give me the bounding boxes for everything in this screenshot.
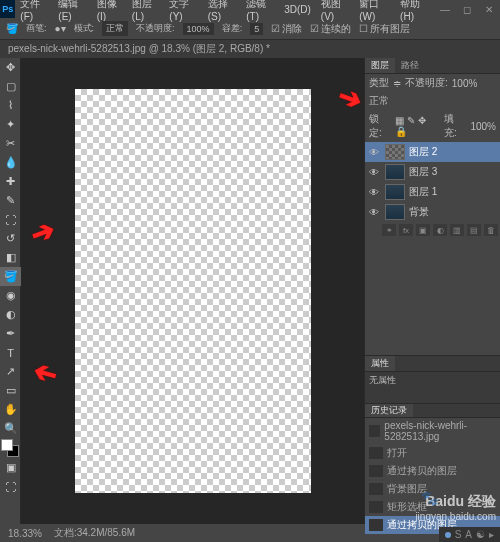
maximize-button[interactable]: ◻ (456, 0, 478, 18)
brush-label: 画笔: (26, 22, 47, 35)
type-tool[interactable]: T (0, 343, 21, 362)
layer-thumb (385, 144, 405, 160)
layer-item[interactable]: 👁 图层 2 (365, 142, 500, 162)
document-tab-bar: pexels-nick-wehrli-5282513.jpg @ 18.3% (… (0, 40, 500, 58)
layers-panel-buttons: ⚭ fx ▣ ◐ ▥ ▤ 🗑 (365, 222, 500, 238)
brush-tool[interactable]: ✎ (0, 191, 21, 210)
menu-view[interactable]: 视图(V) (316, 0, 354, 22)
layer-item[interactable]: 👁 图层 1 (365, 182, 500, 202)
canvas[interactable] (75, 89, 311, 493)
menu-help[interactable]: 帮助(H) (395, 0, 434, 22)
history-snapshot[interactable]: pexels-nick-wehrli-5282513.jpg (365, 418, 500, 444)
blend-mode-select[interactable]: 正常 (369, 94, 389, 108)
canvas-area[interactable]: ➔ ➔ (21, 58, 364, 524)
layer-mask-button[interactable]: ▣ (416, 224, 430, 236)
hand-tool[interactable]: ✋ (0, 400, 21, 419)
path-tool[interactable]: ↗ (0, 362, 21, 381)
layer-thumb (385, 164, 405, 180)
tab-properties[interactable]: 属性 (365, 356, 395, 371)
annotation-arrow: ➔ (26, 213, 59, 252)
opacity-label: 不透明度: (136, 22, 175, 35)
zoom-level[interactable]: 18.33% (8, 528, 42, 539)
layers-list: 👁 图层 2 👁 图层 3 👁 图层 1 👁 背景 (365, 142, 500, 222)
bucket-tool[interactable]: 🪣 (0, 267, 21, 286)
tab-paths[interactable]: 路径 (395, 58, 425, 73)
annotation-arrow: ➔ (30, 356, 61, 394)
delete-layer-button[interactable]: 🗑 (484, 224, 498, 236)
group-button[interactable]: ▥ (450, 224, 464, 236)
move-tool[interactable]: ✥ (0, 58, 21, 77)
tolerance-label: 容差: (222, 22, 243, 35)
adjustment-button[interactable]: ◐ (433, 224, 447, 236)
history-brush-tool[interactable]: ↺ (0, 229, 21, 248)
ime-icon: ☯ (476, 529, 485, 540)
menu-3d[interactable]: 3D(D) (279, 4, 316, 15)
quickmask-tool[interactable]: ▣ (0, 458, 21, 477)
screenmode-tool[interactable]: ⛶ (0, 477, 21, 496)
shape-tool[interactable]: ▭ (0, 381, 21, 400)
stamp-tool[interactable]: ⛶ (0, 210, 21, 229)
blur-tool[interactable]: ◉ (0, 286, 21, 305)
menu-type[interactable]: 文字(Y) (164, 0, 202, 22)
visibility-icon[interactable]: 👁 (369, 147, 381, 158)
menu-bar: Ps 文件(F) 编辑(E) 图像(I) 图层(L) 文字(Y) 选择(S) 滤… (0, 0, 500, 18)
layer-opacity-label: 不透明度: (405, 76, 448, 90)
visibility-icon[interactable]: 👁 (369, 187, 381, 198)
history-step[interactable]: 通过拷贝的图层 (365, 462, 500, 480)
doc-info[interactable]: 文档:34.2M/85.6M (54, 526, 135, 540)
layer-thumb (385, 184, 405, 200)
layer-kind-filter[interactable]: 类型 (369, 76, 389, 90)
close-button[interactable]: ✕ (478, 0, 500, 18)
tolerance-input[interactable]: 5 (250, 23, 263, 35)
layer-item[interactable]: 👁 背景 (365, 202, 500, 222)
mode-select[interactable]: 正常 (102, 21, 128, 36)
new-layer-button[interactable]: ▤ (467, 224, 481, 236)
menu-window[interactable]: 窗口(W) (354, 0, 395, 22)
healing-tool[interactable]: ✚ (0, 172, 21, 191)
main-area: ✥ ▢ ⌇ ✦ ✂ 💧 ✚ ✎ ⛶ ↺ ◧ 🪣 ◉ ◐ ✒ T ↗ ▭ ✋ 🔍 … (0, 58, 500, 524)
opacity-input[interactable]: 100% (183, 23, 214, 35)
wand-tool[interactable]: ✦ (0, 115, 21, 134)
layer-item[interactable]: 👁 图层 3 (365, 162, 500, 182)
ime-chevron-icon: ▸ (489, 529, 494, 540)
document-tab[interactable]: pexels-nick-wehrli-5282513.jpg @ 18.3% (… (8, 42, 270, 56)
contiguous-check[interactable]: ☑连续的 (310, 22, 351, 36)
lasso-tool[interactable]: ⌇ (0, 96, 21, 115)
eraser-tool[interactable]: ◧ (0, 248, 21, 267)
visibility-icon[interactable]: 👁 (369, 167, 381, 178)
pen-tool[interactable]: ✒ (0, 324, 21, 343)
menu-image[interactable]: 图像(I) (92, 0, 127, 22)
layer-style-button[interactable]: fx (399, 224, 413, 236)
eyedropper-tool[interactable]: 💧 (0, 153, 21, 172)
dodge-tool[interactable]: ◐ (0, 305, 21, 324)
alllayers-check[interactable]: ☐所有图层 (359, 22, 410, 36)
layer-name[interactable]: 图层 2 (409, 145, 437, 159)
visibility-icon[interactable]: 👁 (369, 207, 381, 218)
menu-filter[interactable]: 滤镜(T) (241, 0, 279, 22)
menu-edit[interactable]: 编辑(E) (53, 0, 91, 22)
layer-name[interactable]: 图层 3 (409, 165, 437, 179)
color-swatch[interactable] (1, 439, 19, 457)
zoom-tool[interactable]: 🔍 (0, 419, 21, 438)
marquee-tool[interactable]: ▢ (0, 77, 21, 96)
lock-buttons[interactable]: ▦ ✎ ✥ 🔒 (395, 115, 440, 137)
minimize-button[interactable]: — (434, 0, 456, 18)
menu-layer[interactable]: 图层(L) (127, 0, 164, 22)
link-layers-button[interactable]: ⚭ (382, 224, 396, 236)
crop-tool[interactable]: ✂ (0, 134, 21, 153)
brush-preset[interactable]: ●▾ (55, 23, 66, 34)
antialias-check[interactable]: ☑消除 (271, 22, 302, 36)
fill-input[interactable]: 100% (470, 121, 496, 132)
layer-name[interactable]: 背景 (409, 205, 429, 219)
tab-layers[interactable]: 图层 (365, 58, 395, 73)
menu-select[interactable]: 选择(S) (203, 0, 241, 22)
layer-name[interactable]: 图层 1 (409, 185, 437, 199)
lock-label: 锁定: (369, 112, 391, 140)
tab-history[interactable]: 历史记录 (365, 404, 413, 417)
history-step[interactable]: 打开 (365, 444, 500, 462)
bucket-icon: 🪣 (6, 23, 18, 34)
menu-file[interactable]: 文件(F) (15, 0, 53, 22)
layer-opacity-input[interactable]: 100% (452, 78, 478, 89)
ime-indicator: S A ☯ ▸ (439, 527, 500, 542)
watermark-paw-icon: 🐾 (421, 490, 438, 506)
